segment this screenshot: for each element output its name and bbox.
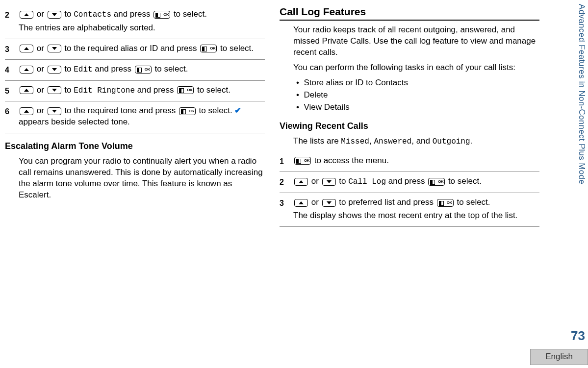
up-arrow-icon	[20, 11, 33, 19]
text: or	[37, 44, 47, 53]
text: and press	[388, 176, 427, 186]
menu-name: Edit	[74, 65, 92, 74]
text: to select.	[174, 9, 207, 19]
step-number: 1	[280, 155, 293, 167]
text: and press	[95, 64, 133, 74]
step-body: or to Call Log and press OK to select.	[293, 176, 539, 188]
text: to preferred list and press	[339, 197, 435, 207]
text: or	[37, 64, 47, 74]
step-number: 3	[280, 197, 293, 221]
text: to select.	[448, 176, 482, 186]
up-arrow-icon	[20, 107, 33, 115]
section-subheading: Viewing Recent Calls	[280, 120, 539, 132]
list-name: Answered	[374, 137, 411, 146]
text: to select.	[154, 64, 188, 74]
down-arrow-icon	[48, 107, 61, 115]
step-row: 2 or to Call Log and press OK to select.	[280, 172, 539, 193]
text: to	[64, 64, 74, 74]
step-number: 2	[5, 9, 19, 34]
down-arrow-icon	[322, 178, 336, 186]
ok-button-icon: OK	[428, 178, 445, 186]
step-row: 6 or to the required tone and press OK t…	[5, 101, 265, 133]
left-column: 2 or to Contacts and press OK to select.…	[5, 5, 265, 227]
down-arrow-icon	[48, 66, 61, 74]
side-tab-label: Advanced Features in Non-Connect Plus Mo…	[576, 4, 587, 239]
body-paragraph: You can perform the following tasks in e…	[293, 62, 539, 74]
step-row: 4 or to Edit and press OK to select.	[5, 60, 265, 81]
text: to	[64, 85, 74, 95]
ok-button-icon: OK	[200, 45, 217, 52]
step-row: 2 or to Contacts and press OK to select.…	[5, 5, 265, 39]
step-row: 5 or to Edit Ringtone and press OK to se…	[5, 81, 265, 102]
step-body: or to Edit Ringtone and press OK to sele…	[19, 85, 265, 97]
step-extra-text: The display shows the most recent entry …	[293, 210, 539, 221]
step-number: 6	[5, 105, 19, 128]
list-item: • Delete	[293, 90, 539, 101]
text: or	[311, 197, 321, 207]
step-body: or to the required alias or ID and press…	[19, 43, 265, 55]
step-number: 4	[5, 64, 19, 75]
text: or	[37, 106, 47, 115]
down-arrow-icon	[48, 11, 61, 19]
page-number: 73	[571, 327, 585, 344]
list-item: • Store alias or ID to Contacts	[293, 77, 539, 89]
body-paragraph: Your radio keeps track of all recent out…	[293, 25, 539, 58]
checkmark-icon: ✔	[234, 106, 241, 115]
menu-name: Contacts	[74, 10, 111, 19]
step-number: 2	[280, 176, 293, 188]
text: to	[339, 176, 348, 186]
text: and press	[114, 9, 153, 19]
step-row: 3 or to the required alias or ID and pre…	[5, 39, 265, 60]
list-name: Outgoing	[433, 137, 470, 146]
section-subheading: Escalating Alarm Tone Volume	[5, 140, 265, 152]
bullet-list: • Store alias or ID to Contacts • Delete…	[293, 77, 539, 113]
text: to select.	[197, 85, 230, 95]
step-body: OK to access the menu.	[293, 155, 539, 167]
step-number: 3	[5, 43, 19, 55]
step-number: 5	[5, 85, 19, 97]
step-row: 3 or to preferred list and press OK to s…	[280, 193, 539, 227]
text: to the required tone and press	[64, 106, 178, 115]
step-row: 1 OK to access the menu.	[280, 151, 539, 172]
down-arrow-icon	[322, 199, 336, 207]
language-tab: English	[530, 349, 588, 365]
section-heading: Call Log Features	[280, 5, 539, 21]
ok-button-icon: OK	[177, 86, 194, 94]
down-arrow-icon	[48, 45, 61, 52]
body-paragraph: The lists are Missed, Answered, and Outg…	[280, 136, 539, 147]
ok-button-icon: OK	[437, 199, 454, 207]
menu-name: Call Log	[348, 177, 386, 186]
right-column: Call Log Features Your radio keeps track…	[280, 5, 539, 227]
list-item: • View Details	[293, 102, 539, 113]
text: to	[64, 9, 74, 19]
down-arrow-icon	[48, 86, 61, 94]
text: or	[311, 176, 321, 186]
list-name: Missed	[341, 137, 369, 146]
text: and press	[137, 85, 176, 95]
body-paragraph: You can program your radio to continuall…	[5, 156, 265, 201]
text: appears beside selected tone.	[19, 117, 130, 126]
text: to access the menu.	[314, 156, 389, 165]
step-body: or to the required tone and press OK to …	[19, 105, 265, 128]
ok-button-icon: OK	[153, 11, 170, 19]
text: to the required alias or ID and press	[64, 44, 199, 53]
up-arrow-icon	[294, 199, 308, 207]
step-body: or to Contacts and press OK to select. T…	[19, 9, 265, 34]
ok-button-icon: OK	[294, 157, 311, 165]
menu-name: Edit Ringtone	[74, 86, 135, 95]
up-arrow-icon	[20, 66, 33, 74]
step-body: or to preferred list and press OK to sel…	[293, 197, 539, 221]
text: or	[37, 9, 47, 19]
up-arrow-icon	[20, 45, 33, 52]
up-arrow-icon	[294, 178, 308, 186]
text: to select.	[199, 106, 235, 115]
ok-button-icon: OK	[179, 107, 196, 115]
step-extra-text: The entries are alphabetically sorted.	[19, 23, 265, 34]
text: to select.	[457, 197, 490, 207]
text: to select.	[220, 44, 254, 53]
up-arrow-icon	[20, 86, 33, 94]
ok-button-icon: OK	[135, 66, 152, 74]
text: or	[37, 85, 47, 95]
step-body: or to Edit and press OK to select.	[19, 64, 265, 75]
